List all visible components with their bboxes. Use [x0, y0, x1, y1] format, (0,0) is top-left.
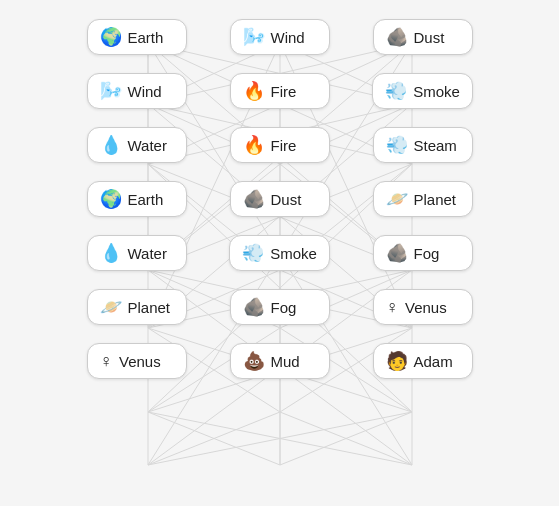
- fog-2-label: Fog: [271, 299, 297, 316]
- cell-r4c2: 🪨 Dust: [208, 176, 351, 222]
- wind-2-icon: 🌬️: [100, 82, 122, 100]
- cell-r6c2: 🪨 Fog: [208, 284, 351, 330]
- card-water-2[interactable]: 💧 Water: [87, 235, 187, 271]
- water-1-icon: 💧: [100, 136, 122, 154]
- card-steam-1[interactable]: 💨 Steam: [373, 127, 473, 163]
- cell-r1c3: 🪨 Dust: [351, 14, 494, 60]
- mud-1-icon: 💩: [243, 352, 265, 370]
- planet-2-label: Planet: [128, 299, 171, 316]
- cell-r3c2: 🔥 Fire: [208, 122, 351, 168]
- card-earth-2[interactable]: 🌍 Earth: [87, 181, 187, 217]
- cell-r6c3: ♀ Venus: [351, 284, 494, 330]
- cell-r7c2: 💩 Mud: [208, 338, 351, 384]
- venus-2-label: Venus: [119, 353, 161, 370]
- fog-1-label: Fog: [414, 245, 440, 262]
- venus-2-icon: ♀: [100, 352, 114, 370]
- steam-1-label: Steam: [414, 137, 457, 154]
- cell-r3c3: 💨 Steam: [351, 122, 494, 168]
- smoke-2-label: Smoke: [270, 245, 317, 262]
- water-2-icon: 💧: [100, 244, 122, 262]
- cell-r2c1: 🌬️ Wind: [65, 68, 208, 114]
- fog-1-icon: 🪨: [386, 244, 408, 262]
- cell-r1c2: 🌬️ Wind: [208, 14, 351, 60]
- card-fire-1[interactable]: 🔥 Fire: [230, 73, 330, 109]
- water-2-label: Water: [128, 245, 167, 262]
- cell-r1c1: 🌍 Earth: [65, 14, 208, 60]
- earth-2-icon: 🌍: [100, 190, 122, 208]
- wind-1-icon: 🌬️: [243, 28, 265, 46]
- cell-r7c1: ♀ Venus: [65, 338, 208, 384]
- element-grid: 🌍 Earth 🌬️ Wind 🪨 Dust 🌬️ Wind 🔥 Fire 💨 …: [0, 0, 559, 506]
- card-fog-1[interactable]: 🪨 Fog: [373, 235, 473, 271]
- card-smoke-2[interactable]: 💨 Smoke: [229, 235, 330, 271]
- fire-1-label: Fire: [271, 83, 297, 100]
- card-mud-1[interactable]: 💩 Mud: [230, 343, 330, 379]
- cell-r7c3: 🧑 Adam: [351, 338, 494, 384]
- earth-1-icon: 🌍: [100, 28, 122, 46]
- card-adam-1[interactable]: 🧑 Adam: [373, 343, 473, 379]
- dust-2-label: Dust: [271, 191, 302, 208]
- cell-r5c2: 💨 Smoke: [208, 230, 351, 276]
- venus-1-label: Venus: [405, 299, 447, 316]
- dust-1-icon: 🪨: [386, 28, 408, 46]
- smoke-1-label: Smoke: [413, 83, 460, 100]
- cell-r5c1: 💧 Water: [65, 230, 208, 276]
- venus-1-icon: ♀: [386, 298, 400, 316]
- smoke-2-icon: 💨: [242, 244, 264, 262]
- water-1-label: Water: [128, 137, 167, 154]
- cell-r2c2: 🔥 Fire: [208, 68, 351, 114]
- planet-1-icon: 🪐: [386, 190, 408, 208]
- fire-1-icon: 🔥: [243, 82, 265, 100]
- earth-2-label: Earth: [128, 191, 164, 208]
- planet-1-label: Planet: [414, 191, 457, 208]
- card-venus-1[interactable]: ♀ Venus: [373, 289, 473, 325]
- cell-r4c1: 🌍 Earth: [65, 176, 208, 222]
- card-fog-2[interactable]: 🪨 Fog: [230, 289, 330, 325]
- cell-r6c1: 🪐 Planet: [65, 284, 208, 330]
- mud-1-label: Mud: [271, 353, 300, 370]
- card-wind-1[interactable]: 🌬️ Wind: [230, 19, 330, 55]
- card-earth-1[interactable]: 🌍 Earth: [87, 19, 187, 55]
- wind-1-label: Wind: [271, 29, 305, 46]
- dust-1-label: Dust: [414, 29, 445, 46]
- card-planet-1[interactable]: 🪐 Planet: [373, 181, 473, 217]
- card-wind-2[interactable]: 🌬️ Wind: [87, 73, 187, 109]
- earth-1-label: Earth: [128, 29, 164, 46]
- cell-r4c3: 🪐 Planet: [351, 176, 494, 222]
- planet-2-icon: 🪐: [100, 298, 122, 316]
- steam-1-icon: 💨: [386, 136, 408, 154]
- fog-2-icon: 🪨: [243, 298, 265, 316]
- fire-2-label: Fire: [271, 137, 297, 154]
- cell-r3c1: 💧 Water: [65, 122, 208, 168]
- wind-2-label: Wind: [128, 83, 162, 100]
- adam-1-label: Adam: [414, 353, 453, 370]
- card-fire-2[interactable]: 🔥 Fire: [230, 127, 330, 163]
- cell-r5c3: 🪨 Fog: [351, 230, 494, 276]
- dust-2-icon: 🪨: [243, 190, 265, 208]
- card-dust-2[interactable]: 🪨 Dust: [230, 181, 330, 217]
- card-dust-1[interactable]: 🪨 Dust: [373, 19, 473, 55]
- card-venus-2[interactable]: ♀ Venus: [87, 343, 187, 379]
- card-planet-2[interactable]: 🪐 Planet: [87, 289, 187, 325]
- card-water-1[interactable]: 💧 Water: [87, 127, 187, 163]
- card-smoke-1[interactable]: 💨 Smoke: [372, 73, 473, 109]
- adam-1-icon: 🧑: [386, 352, 408, 370]
- smoke-1-icon: 💨: [385, 82, 407, 100]
- fire-2-icon: 🔥: [243, 136, 265, 154]
- cell-r2c3: 💨 Smoke: [351, 68, 494, 114]
